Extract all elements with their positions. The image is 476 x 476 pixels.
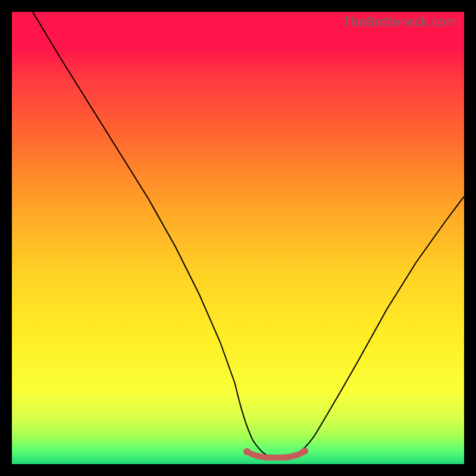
optimal-segment-start-dot [243, 448, 250, 455]
curve-svg [12, 12, 464, 464]
optimal-segment [247, 451, 305, 458]
plot-area: TheBottleneck.com [12, 12, 464, 464]
chart-container: TheBottleneck.com [0, 0, 476, 476]
bottleneck-curve [33, 12, 464, 456]
optimal-segment-end-dot [301, 447, 308, 455]
